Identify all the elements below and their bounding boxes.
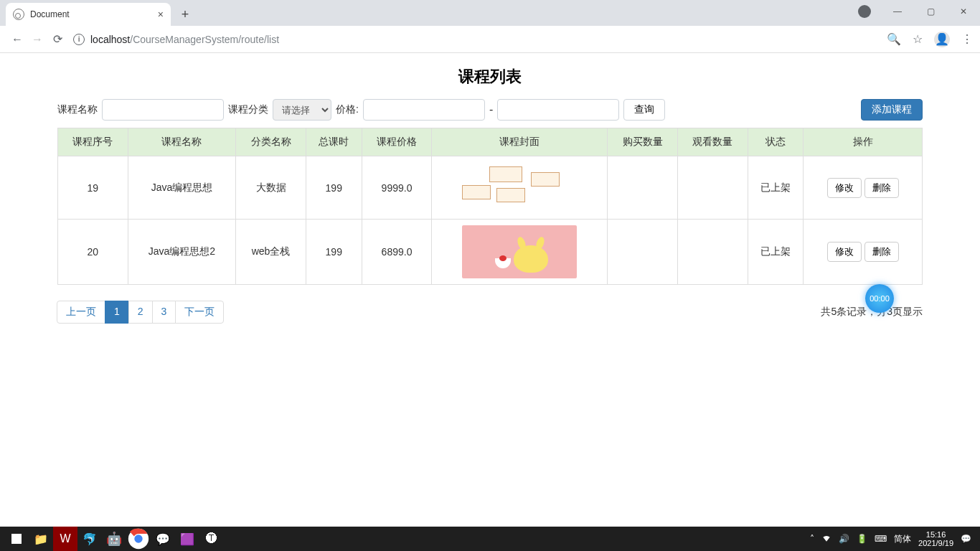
pagination-page[interactable]: 2 [128, 301, 153, 324]
maximize-button[interactable]: ▢ [914, 0, 947, 23]
add-course-button[interactable]: 添加课程 [861, 99, 923, 121]
start-button[interactable] [4, 527, 29, 551]
chrome-icon[interactable] [126, 527, 151, 551]
table-cell: 6899.0 [362, 220, 432, 285]
pagination-page[interactable]: 3 [152, 301, 176, 324]
url-field[interactable]: i localhost/CourseManagerSystem/route/li… [73, 34, 881, 45]
minimize-button[interactable]: — [881, 0, 914, 23]
url-path: /CourseManagerSystem/route/list [130, 34, 279, 45]
tray-chevron-icon[interactable]: ˄ [810, 534, 814, 544]
table-cell: web全栈 [236, 220, 306, 285]
table-cell: 修改删除 [804, 156, 923, 220]
site-info-icon[interactable]: i [73, 34, 85, 45]
intellij-icon[interactable]: 🟪 [175, 527, 199, 551]
edit-button[interactable]: 修改 [827, 178, 862, 198]
course-cover-thumbnail [462, 166, 577, 209]
price-separator: - [489, 103, 493, 116]
svg-point-1 [134, 534, 142, 542]
course-table: 课程序号课程名称分类名称总课时课程价格课程封面购买数量观看数量状态操作 19Ja… [57, 128, 923, 285]
file-explorer-icon[interactable]: 📁 [29, 527, 53, 551]
recording-timer-badge: 00:00 [865, 284, 894, 313]
delete-button[interactable]: 删除 [864, 178, 899, 198]
tab-title: Document [30, 9, 70, 19]
table-header: 课程名称 [128, 128, 236, 156]
pagination-prev[interactable]: 上一页 [57, 301, 105, 324]
table-header: 总课时 [306, 128, 362, 156]
tab-bar: Document × + — ▢ ✕ [0, 0, 980, 26]
table-header: 分类名称 [236, 128, 306, 156]
category-select[interactable]: 请选择 [273, 99, 331, 121]
keyboard-icon[interactable]: ⌨ [875, 534, 887, 544]
search-button[interactable]: 查询 [623, 99, 665, 121]
table-cell: 已上架 [748, 156, 804, 220]
page-viewport: 课程列表 课程名称 课程分类 请选择 价格: - 查询 添加课程 课程序号课程名… [0, 53, 980, 324]
pagination-page[interactable]: 1 [105, 301, 129, 324]
table-cell: 199 [306, 156, 362, 220]
incognito-icon[interactable] [848, 0, 881, 23]
course-cover-thumbnail [462, 225, 577, 278]
delete-button[interactable]: 删除 [864, 242, 899, 262]
new-tab-button[interactable]: + [175, 4, 195, 24]
table-header: 课程封面 [432, 128, 608, 156]
notifications-icon[interactable]: 💬 [961, 534, 971, 544]
table-header: 操作 [804, 128, 923, 156]
filter-bar: 课程名称 课程分类 请选择 价格: - 查询 添加课程 [57, 99, 923, 121]
table-footer: 上一页123下一页 共5条记录，分3页显示 [57, 301, 923, 324]
ime-indicator[interactable]: 简体 [894, 533, 911, 545]
course-name-input[interactable] [102, 99, 224, 121]
wechat-icon[interactable]: 💬 [151, 527, 175, 551]
table-cell: Java编程思想2 [128, 220, 236, 285]
kebab-menu-icon[interactable]: ⋮ [961, 32, 973, 46]
table-cell [432, 220, 608, 285]
table-row: 20Java编程思想2web全栈1996899.0已上架修改删除 [58, 220, 923, 285]
window-controls: — ▢ ✕ [848, 0, 980, 23]
app-icon-face[interactable]: 🤖 [102, 527, 126, 551]
close-tab-icon[interactable]: × [158, 9, 164, 20]
volume-icon[interactable]: 🔊 [839, 534, 849, 544]
globe-icon [13, 9, 24, 20]
close-window-button[interactable]: ✕ [947, 0, 980, 23]
table-cell [608, 220, 678, 285]
table-cell: 大数据 [236, 156, 306, 220]
table-header: 课程序号 [58, 128, 128, 156]
zoom-icon[interactable]: 🔍 [887, 32, 901, 46]
clock[interactable]: 15:16 2021/9/19 [918, 530, 953, 547]
table-cell: 20 [58, 220, 128, 285]
app-icon-dolphin[interactable]: 🐬 [77, 527, 102, 551]
table-header: 状态 [748, 128, 804, 156]
table-row: 19Java编程思想大数据1999999.0已上架修改删除 [58, 156, 923, 220]
profile-avatar-icon[interactable]: 👤 [934, 32, 950, 47]
name-label: 课程名称 [57, 103, 98, 116]
table-cell [677, 220, 748, 285]
table-cell [432, 156, 608, 220]
windows-taskbar: 📁 W 🐬 🤖 💬 🟪 🅣 ˄ 🔊 🔋 ⌨ 简体 15:16 2021/9/19… [0, 527, 980, 551]
app-icon-w[interactable]: W [53, 527, 77, 551]
reload-button[interactable]: ⟳ [47, 29, 67, 50]
pagination: 上一页123下一页 [57, 301, 224, 324]
table-cell: 19 [58, 156, 128, 220]
page-title: 课程列表 [57, 66, 923, 88]
wifi-icon[interactable] [821, 533, 831, 545]
table-header: 课程价格 [362, 128, 432, 156]
table-cell: 9999.0 [362, 156, 432, 220]
clock-date: 2021/9/19 [918, 539, 953, 547]
table-cell: 199 [306, 220, 362, 285]
price-min-input[interactable] [363, 99, 485, 121]
edit-button[interactable]: 修改 [827, 242, 862, 262]
back-button[interactable]: ← [7, 29, 27, 50]
table-cell: 已上架 [748, 220, 804, 285]
price-label: 价格: [336, 103, 359, 116]
clock-time: 15:16 [918, 530, 953, 539]
bookmark-star-icon[interactable]: ☆ [913, 32, 923, 46]
forward-button[interactable]: → [27, 29, 47, 50]
category-label: 课程分类 [228, 103, 268, 116]
url-host: localhost [90, 34, 130, 45]
table-header: 观看数量 [677, 128, 748, 156]
pagination-next[interactable]: 下一页 [175, 301, 224, 324]
app-icon-t[interactable]: 🅣 [199, 527, 224, 551]
battery-icon[interactable]: 🔋 [857, 534, 867, 544]
table-header: 购买数量 [608, 128, 678, 156]
browser-tab[interactable]: Document × [6, 3, 171, 26]
price-max-input[interactable] [497, 99, 619, 121]
system-tray: ˄ 🔊 🔋 ⌨ 简体 15:16 2021/9/19 💬 [810, 530, 976, 547]
